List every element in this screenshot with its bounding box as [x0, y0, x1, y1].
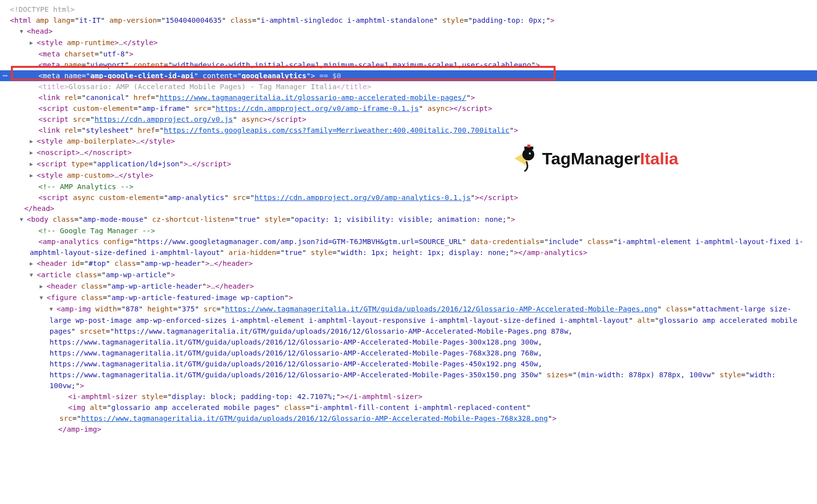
expand-icon[interactable]	[30, 258, 37, 269]
expand-icon[interactable]	[40, 293, 47, 303]
expand-icon[interactable]	[20, 26, 27, 37]
script-amp-analytics[interactable]: <script async custom-element="amp-analyt…	[0, 192, 817, 203]
expand-icon[interactable]	[40, 281, 47, 292]
style-runtime[interactable]: <style amp-runtime>…</style>	[0, 37, 817, 49]
head-open[interactable]: <head>	[0, 26, 817, 37]
script-amp-iframe[interactable]: <script custom-element="amp-iframe" src=…	[0, 103, 817, 114]
expand-icon[interactable]	[20, 214, 27, 225]
script-v0[interactable]: <script src="https://cdn.ampproject.org/…	[0, 114, 817, 125]
svg-point-0	[522, 149, 534, 160]
sizer[interactable]: <i-amphtml-sizer style="display: block; …	[0, 391, 817, 402]
svg-point-3	[529, 152, 531, 154]
selected-line-wrapper: ⋯ <meta name="amp-google-client-id-api" …	[0, 70, 817, 81]
meta-selected[interactable]: <meta name="amp-google-client-id-api" co…	[0, 70, 817, 81]
expand-icon[interactable]	[30, 270, 37, 281]
article-open[interactable]: <article class="amp-wp-article">	[0, 269, 817, 281]
style-custom[interactable]: <style amp-custom>…</style>	[0, 170, 817, 181]
amp-img-open[interactable]: <amp-img width="878" height="375" src="h…	[0, 303, 817, 391]
html-open[interactable]: <html amp lang="it-IT" amp-version="1504…	[0, 15, 817, 26]
breakpoint-gutter[interactable]: ⋯	[0, 70, 10, 81]
meta-viewport[interactable]: <meta name="viewport" content="width=dev…	[0, 59, 817, 70]
comment-analytics: <!-- AMP Analytics -->	[0, 181, 817, 192]
title-line[interactable]: <title>Glossario: AMP (Accelerated Mobil…	[0, 81, 817, 92]
svg-rect-2	[527, 145, 530, 148]
woodpecker-icon	[510, 144, 539, 173]
amp-img-close: </amp-img>	[0, 424, 817, 435]
link-fonts[interactable]: <link rel="stylesheet" href="https://fon…	[0, 125, 817, 136]
style-boilerplate[interactable]: <style amp-boilerplate>…</style>	[0, 136, 817, 147]
img-el[interactable]: <img alt="glossario amp accelerated mobi…	[0, 402, 817, 424]
link-canonical[interactable]: <link rel="canonical" href="https://www.…	[0, 92, 817, 103]
script-ldjson[interactable]: <script type="application/ld+json">…</sc…	[0, 158, 817, 170]
meta-charset[interactable]: <meta charset="utf-8">	[0, 49, 817, 59]
article-header[interactable]: <header class="amp-wp-article-header">…<…	[0, 281, 817, 292]
header-el[interactable]: <header id="#top" class="amp-wp-header">…	[0, 258, 817, 269]
expand-icon[interactable]	[30, 148, 37, 158]
expand-icon[interactable]	[50, 304, 56, 315]
expand-icon[interactable]	[30, 38, 37, 49]
doctype-line: <!DOCTYPE html>	[0, 4, 817, 15]
expand-icon[interactable]	[30, 170, 37, 181]
head-close: </head>	[0, 203, 817, 214]
comment-gtm: <!-- Google Tag Manager -->	[0, 225, 817, 236]
expand-icon[interactable]	[30, 159, 37, 170]
expand-icon[interactable]	[30, 136, 37, 147]
amp-analytics-el[interactable]: <amp-analytics config="https://www.googl…	[0, 236, 817, 258]
noscript[interactable]: <noscript>…</noscript>	[0, 147, 817, 158]
body-open[interactable]: <body class="amp-mode-mouse" cz-shortcut…	[0, 214, 817, 225]
figure-open[interactable]: <figure class="amp-wp-article-featured-i…	[0, 292, 817, 303]
logo: TagManagerItalia	[510, 144, 678, 173]
